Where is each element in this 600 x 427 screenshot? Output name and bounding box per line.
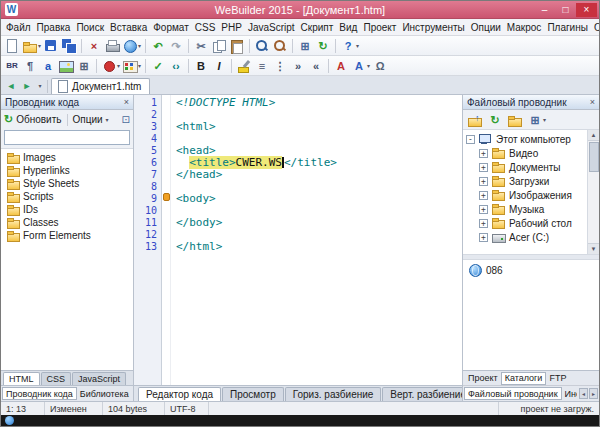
language-tab[interactable]: HTML	[3, 372, 40, 385]
dropdown-caret-icon[interactable]: ▾	[543, 116, 546, 123]
menu-item[interactable]: Файл	[3, 21, 34, 34]
code-line[interactable]	[176, 133, 462, 145]
maximize-button[interactable]: □	[555, 3, 576, 17]
expand-plus-icon[interactable]: +	[479, 163, 488, 172]
dropdown-caret-icon[interactable]: ▾	[138, 62, 141, 69]
code-explorer-button[interactable]: ⊞	[296, 37, 314, 55]
code-line[interactable]: <html>	[176, 121, 462, 133]
expand-plus-icon[interactable]: +	[479, 219, 488, 228]
menu-item[interactable]: Правка	[34, 21, 74, 34]
panel-tab[interactable]: Проводник кода	[2, 387, 77, 400]
taskbar-globe-icon[interactable]	[5, 416, 14, 425]
dropdown-caret-icon[interactable]: ▾	[38, 42, 41, 49]
copy-button[interactable]	[210, 37, 228, 55]
dropdown-caret-icon[interactable]: ▾	[117, 62, 120, 69]
menu-item[interactable]: JavaScript	[245, 21, 298, 34]
indent-button[interactable]: »	[289, 57, 307, 75]
undo-button[interactable]: ↶	[149, 37, 167, 55]
tree-item[interactable]: +Acer (C:)	[463, 230, 587, 244]
font-button[interactable]: A	[332, 57, 350, 75]
menu-item[interactable]: Проект	[360, 21, 399, 34]
editor-view-tab[interactable]: Верт. разбиение	[382, 387, 462, 401]
palette-button[interactable]: ▾	[121, 57, 142, 75]
editor-view-tab[interactable]: Гориз. разбиение	[285, 387, 382, 401]
browser-preview-button[interactable]: ▾	[121, 37, 142, 55]
panel-tab[interactable]: Библиотека	[77, 387, 132, 400]
print-button[interactable]	[103, 37, 121, 55]
font-size-button[interactable]: A▾	[350, 57, 371, 75]
minimize-button[interactable]: –	[534, 3, 555, 17]
bookmark-icon[interactable]	[163, 193, 170, 201]
list-item[interactable]: 086	[463, 263, 599, 277]
scrollbar-thumb[interactable]	[589, 142, 599, 172]
navigate-back-icon[interactable]: ◄	[3, 79, 19, 94]
tab-scroll-left-icon[interactable]: ◂	[579, 388, 588, 399]
tree-item[interactable]: +Изображения	[463, 188, 587, 202]
options-button[interactable]: Опции	[73, 114, 103, 125]
tree-item[interactable]: +Видео	[463, 146, 587, 160]
font-color-button[interactable]: ▾	[100, 57, 121, 75]
help-button[interactable]: ?▾	[339, 37, 360, 55]
tree-item[interactable]: Form Elements	[1, 229, 133, 242]
save-button[interactable]	[42, 37, 60, 55]
menu-item[interactable]: PHP	[218, 21, 245, 34]
explorer-tab[interactable]: FTP	[546, 372, 569, 385]
views-button[interactable]: ⊞▾	[526, 111, 547, 129]
document-tab[interactable]: Документ1.htm	[51, 78, 150, 94]
menu-item[interactable]: Опции	[468, 21, 504, 34]
editor-view-tab[interactable]: Просмотр	[222, 387, 284, 401]
code-lines[interactable]: <!DOCTYPE HTML><html><head> <title>CWER.…	[171, 95, 462, 385]
code-line[interactable]	[176, 181, 462, 193]
tree-item[interactable]: -Этот компьютер	[463, 132, 587, 146]
new-document-button[interactable]	[3, 37, 21, 55]
open-file-button[interactable]: ▾	[21, 37, 42, 55]
folder-up-button[interactable]	[466, 111, 484, 129]
dropdown-caret-icon[interactable]: ▾	[356, 42, 359, 49]
find-button[interactable]	[253, 37, 271, 55]
tree-item[interactable]: Style Sheets	[1, 177, 133, 190]
br-tag-button[interactable]: BR	[3, 57, 21, 75]
editor-view-tab[interactable]: Редактор кода	[138, 387, 221, 401]
code-line[interactable]: </html>	[176, 241, 462, 253]
collapse-minus-icon[interactable]: -	[466, 135, 475, 144]
menu-item[interactable]: Инструменты	[399, 21, 467, 34]
tree-item[interactable]: Images	[1, 151, 133, 164]
code-explorer-close-icon[interactable]: ×	[124, 97, 129, 107]
bullet-list-button[interactable]: ≡	[253, 57, 271, 75]
refresh-button[interactable]: ↻	[486, 111, 504, 129]
language-tab[interactable]: CSS	[41, 372, 72, 385]
tree-item[interactable]: +Документы	[463, 160, 587, 174]
dropdown-caret-icon[interactable]: ▾	[367, 62, 370, 69]
nbsp-button[interactable]: ¶	[21, 57, 39, 75]
replace-button[interactable]	[271, 37, 289, 55]
tree-item[interactable]: +Музыка	[463, 202, 587, 216]
special-chars-button[interactable]: Ω	[371, 57, 389, 75]
expand-plus-icon[interactable]: +	[479, 191, 488, 200]
menu-item[interactable]: Формат	[150, 21, 192, 34]
paste-button[interactable]	[228, 37, 246, 55]
tree-item[interactable]: Scripts	[1, 190, 133, 203]
explorer-tab[interactable]: Проект	[465, 372, 501, 385]
new-folder-button[interactable]	[506, 111, 524, 129]
language-tab[interactable]: JavaScript	[72, 372, 126, 385]
code-line[interactable]: </head>	[176, 169, 462, 181]
menu-item[interactable]: Вид	[336, 21, 360, 34]
scroll-down-icon[interactable]: ▼	[588, 243, 600, 254]
tree-item[interactable]: +Рабочий стол	[463, 216, 587, 230]
expand-plus-icon[interactable]: +	[479, 177, 488, 186]
scroll-up-icon[interactable]: ▲	[588, 130, 600, 141]
explorer-tab[interactable]: Файловый проводник	[464, 387, 562, 400]
italic-button[interactable]: I	[210, 57, 228, 75]
outdent-button[interactable]: «	[307, 57, 325, 75]
menu-item[interactable]: Макрос	[504, 21, 545, 34]
save-all-button[interactable]	[60, 37, 78, 55]
code-line[interactable]: <!DOCTYPE HTML>	[176, 97, 462, 109]
tab-scroll-right-icon[interactable]: ▸	[589, 388, 598, 399]
anchor-button[interactable]: a	[39, 57, 57, 75]
layout-grid-icon[interactable]: ⊡	[122, 114, 130, 125]
numbered-list-button[interactable]: ⋮	[271, 57, 289, 75]
tree-item[interactable]: IDs	[1, 203, 133, 216]
bold-button[interactable]: B	[192, 57, 210, 75]
code-line[interactable]: </body>	[176, 217, 462, 229]
dropdown-caret-icon[interactable]: ▾	[138, 42, 141, 49]
